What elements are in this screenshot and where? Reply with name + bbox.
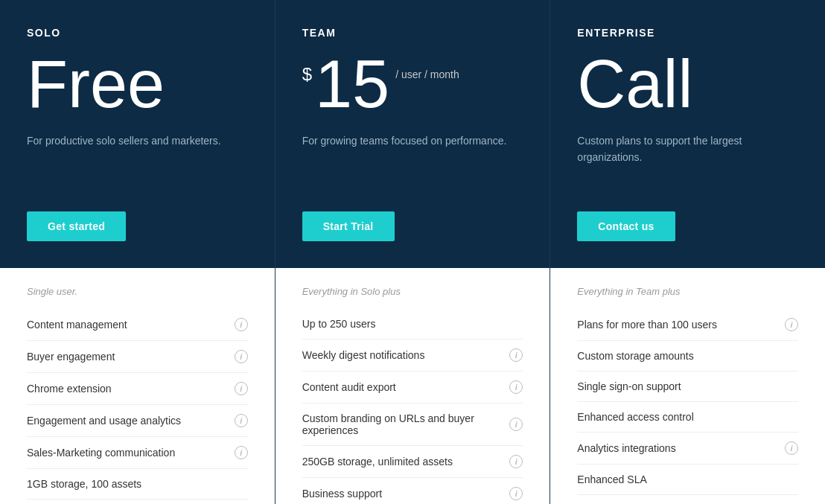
plan-price-enterprise: Call [577,51,798,118]
feature-item: Up to 250 users [302,309,523,339]
info-icon[interactable]: i [509,487,523,500]
plan-card-solo: SOLOFreeFor productive solo sellers and … [0,0,275,504]
info-icon[interactable]: i [509,380,523,394]
feature-item: Chrome extensioni [27,373,248,405]
feature-item: Content managementi [27,309,248,341]
feature-text: Custom storage amounts [577,350,798,362]
feature-item: Weekly digest notificationsi [302,339,523,371]
feature-text: Plans for more than 100 users [577,319,785,331]
info-icon[interactable]: i [785,318,798,331]
info-icon[interactable]: i [235,382,248,395]
feature-text: Weekly digest notifications [302,349,510,361]
plan-name-enterprise: ENTERPRISE [577,27,798,39]
feature-text: Analytics integrations [577,442,785,454]
plan-name-solo: SOLO [27,27,248,39]
feature-text: Content management [27,319,235,331]
price-number-team: 15 [315,51,389,118]
plan-features-team: Everything in Solo plusUp to 250 usersWe… [275,268,550,504]
feature-text: Business support [302,488,510,500]
feature-text: 1GB storage, 100 assets [27,478,248,490]
plan-button-enterprise[interactable]: Contact us [577,211,675,241]
feature-item: Business supporti [302,478,523,504]
feature-item: Enhanced SLA [577,465,798,495]
feature-item: Buyer engagementi [27,341,248,373]
feature-item: Content audit exporti [302,371,523,403]
feature-text: Up to 250 users [302,318,523,330]
feature-item: Sales-Marketing communicationi [27,437,248,469]
feature-item: Enhanced access control [577,402,798,433]
plan-header-enterprise: ENTERPRISECallCustom plans to support th… [550,0,825,268]
feature-text: Custom branding on URLs and buyer experi… [302,412,510,436]
feature-item: Engagement and usage analyticsi [27,405,248,437]
feature-item: Plans for more than 100 usersi [577,309,798,341]
plan-description-team: For growing teams focused on performance… [302,133,523,188]
feature-item: Standard supporti [27,500,248,504]
plan-description-enterprise: Custom plans to support the largest orga… [577,133,798,188]
feature-item: Custom branding on URLs and buyer experi… [302,403,523,446]
info-icon[interactable]: i [235,350,248,363]
info-icon[interactable]: i [235,414,248,427]
feature-text: Enhanced SLA [577,473,798,485]
info-icon[interactable]: i [509,418,523,431]
price-dollar-team: $ [302,64,312,85]
features-subtitle-solo: Single user. [27,286,248,297]
features-subtitle-team: Everything in Solo plus [302,286,523,297]
feature-item: Single sign-on support [577,371,798,402]
plan-price-solo: Free [27,51,248,118]
plan-name-team: TEAM [302,27,523,39]
info-icon[interactable]: i [509,348,523,362]
plan-price-row-team: $15/ user / month [302,51,523,118]
info-icon[interactable]: i [785,441,798,455]
feature-text: Single sign-on support [577,380,798,392]
feature-text: Engagement and usage analytics [27,415,235,427]
pricing-page: SOLOFreeFor productive solo sellers and … [0,0,825,504]
feature-text: Content audit export [302,381,510,393]
info-icon[interactable]: i [235,446,248,459]
features-subtitle-enterprise: Everything in Team plus [577,286,798,297]
feature-item: Custom storage amounts [577,341,798,371]
feature-text: 250GB storage, unlimited assets [302,456,510,468]
plan-card-team: TEAM$15/ user / monthFor growing teams f… [275,0,550,504]
plan-card-enterprise: ENTERPRISECallCustom plans to support th… [550,0,825,504]
plan-button-team[interactable]: Start Trial [302,211,395,241]
feature-text: Sales-Marketing communication [27,447,235,459]
plan-features-enterprise: Everything in Team plusPlans for more th… [550,268,825,504]
plan-header-team: TEAM$15/ user / monthFor growing teams f… [275,0,550,268]
feature-text: Enhanced access control [577,411,798,423]
feature-item: 1GB storage, 100 assets [27,469,248,500]
feature-item: 250GB storage, unlimited assetsi [302,446,523,478]
plan-description-solo: For productive solo sellers and marketer… [27,133,248,188]
plan-button-solo[interactable]: Get started [27,211,126,241]
info-icon[interactable]: i [509,455,523,468]
feature-text: Buyer engagement [27,351,235,363]
feature-item: Dedicated Customer Success Manageri [577,495,798,504]
plan-header-solo: SOLOFreeFor productive solo sellers and … [0,0,275,268]
feature-item: Analytics integrationsi [577,433,798,465]
feature-text: Chrome extension [27,383,235,395]
info-icon[interactable]: i [235,318,248,331]
price-period-team: / user / month [395,68,459,80]
plan-features-solo: Single user.Content managementiBuyer eng… [0,268,275,504]
